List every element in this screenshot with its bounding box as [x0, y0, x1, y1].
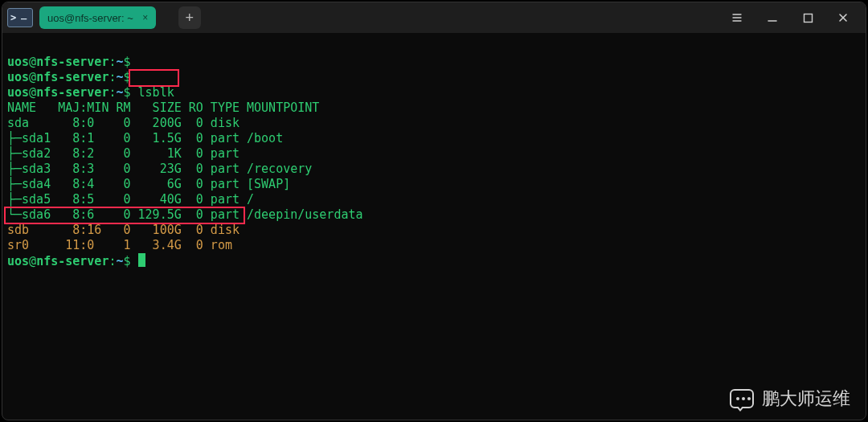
lsblk-row: └─sda6 8:6 0 129.5G 0 part /deepin/userd…	[7, 207, 363, 222]
lsblk-row: ├─sda1 8:1 0 1.5G 0 part /boot	[7, 131, 283, 145]
terminal-viewport[interactable]: uos@nfs-server:~$ uos@nfs-server:~$ uos@…	[2, 33, 866, 420]
terminal-app-icon: >	[7, 8, 33, 27]
prompt-host: nfs-server	[36, 55, 108, 69]
terminal-window: > uos@nfs-server: ~ × + uos@nfs-server:~…	[2, 2, 866, 420]
prompt-user: uos	[7, 55, 29, 69]
prompt-line: uos@nfs-server:~$	[7, 254, 131, 268]
lsblk-row: ├─sda2 8:2 0 1K 0 part	[7, 146, 247, 161]
watermark: 鹏大师运维	[730, 387, 850, 411]
minimize-button[interactable]	[755, 2, 790, 33]
titlebar: > uos@nfs-server: ~ × +	[2, 2, 866, 33]
close-button[interactable]	[825, 2, 861, 33]
prompt-path: ~	[116, 55, 123, 69]
lsblk-row: ├─sda3 8:3 0 23G 0 part /recovery	[7, 162, 312, 176]
tab-title: uos@nfs-server: ~	[47, 12, 133, 24]
lsblk-row: ├─sda5 8:5 0 40G 0 part /	[7, 192, 254, 207]
svg-rect-0	[804, 14, 812, 22]
annotation-highlight-command	[129, 69, 179, 87]
new-tab-button[interactable]: +	[178, 6, 201, 29]
lsblk-row-sr0: sr0 11:0 1 3.4G 0 rom	[7, 238, 247, 252]
window-controls	[719, 2, 861, 33]
prompt-line: uos@nfs-server:~$	[7, 85, 131, 100]
wechat-bubble-icon	[730, 389, 754, 408]
watermark-text: 鹏大师运维	[762, 387, 850, 411]
tab-close-icon[interactable]: ×	[140, 12, 151, 23]
command-text: lsblk	[138, 85, 174, 100]
prompt-line: uos@nfs-server:~$	[7, 70, 131, 84]
maximize-button[interactable]	[790, 2, 825, 33]
cursor	[138, 253, 145, 267]
lsblk-row: ├─sda4 8:4 0 6G 0 part [SWAP]	[7, 177, 290, 191]
tab-active[interactable]: uos@nfs-server: ~ ×	[39, 6, 156, 29]
lsblk-row-sdb: sdb 8:16 0 100G 0 disk	[7, 223, 247, 237]
plus-icon: +	[186, 10, 194, 27]
menu-button[interactable]	[719, 2, 755, 33]
lsblk-row: sda 8:0 0 200G 0 disk	[7, 116, 247, 130]
lsblk-header: NAME MAJ:MIN RM SIZE RO TYPE MOUNTPOINT	[7, 100, 319, 115]
prompt-line: uos@nfs-server:~$	[7, 55, 131, 69]
